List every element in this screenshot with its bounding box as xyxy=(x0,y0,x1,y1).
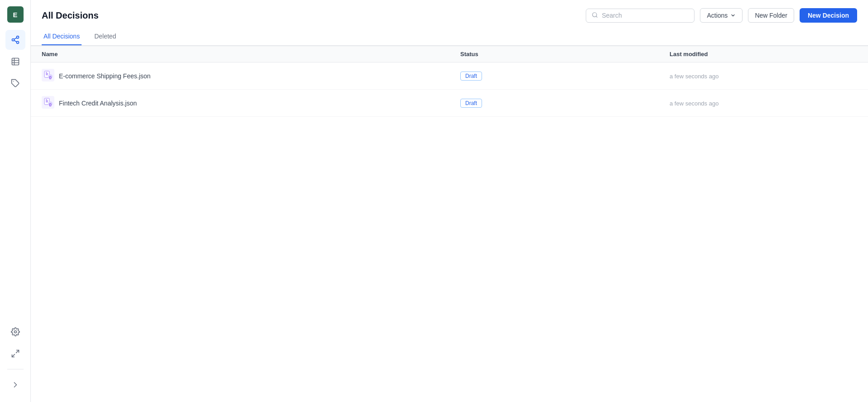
tabs: All Decisions Deleted xyxy=(31,28,868,46)
table-row[interactable]: {} E-commerce Shipping Fees.json Draft a… xyxy=(31,62,868,90)
svg-rect-17 xyxy=(46,73,48,74)
file-icon: {} xyxy=(42,69,54,83)
search-wrapper xyxy=(586,9,694,23)
tag-icon xyxy=(11,79,20,88)
sidebar-bottom xyxy=(5,322,25,402)
new-decision-button[interactable]: New Decision xyxy=(800,8,857,23)
svg-rect-5 xyxy=(12,58,19,65)
sidebar: E xyxy=(0,0,31,402)
avatar[interactable]: E xyxy=(7,6,24,23)
svg-line-14 xyxy=(596,16,598,17)
actions-button[interactable]: Actions xyxy=(700,8,743,23)
column-header-modified: Last modified xyxy=(659,46,868,62)
svg-rect-19 xyxy=(46,72,47,73)
decisions-icon xyxy=(11,35,20,44)
settings-icon xyxy=(11,327,20,336)
svg-line-11 xyxy=(16,350,19,353)
actions-label: Actions xyxy=(707,12,728,19)
file-name: Fintech Credit Analysis.json xyxy=(59,100,137,107)
tab-all-decisions[interactable]: All Decisions xyxy=(42,28,82,45)
svg-text:{}: {} xyxy=(49,76,52,79)
cell-name: {} Fintech Credit Analysis.json xyxy=(31,90,449,117)
new-folder-button[interactable]: New Folder xyxy=(748,8,794,23)
table-header-row: Name Status Last modified xyxy=(31,46,868,62)
sidebar-nav xyxy=(0,30,30,322)
svg-line-4 xyxy=(14,38,17,39)
column-header-status: Status xyxy=(449,46,659,62)
svg-line-12 xyxy=(12,354,14,357)
decisions-table: Name Status Last modified {} E-commerce … xyxy=(31,46,868,117)
svg-rect-26 xyxy=(46,100,47,100)
last-modified-text: a few seconds ago xyxy=(670,73,719,80)
sidebar-item-export[interactable] xyxy=(5,344,25,364)
cell-status: Draft xyxy=(449,90,659,117)
svg-rect-18 xyxy=(46,75,48,75)
cell-modified: a few seconds ago xyxy=(659,90,868,117)
main-content: All Decisions Actions New Folder New Dec… xyxy=(31,0,868,402)
cell-status: Draft xyxy=(449,62,659,90)
svg-rect-24 xyxy=(46,100,48,101)
page-title: All Decisions xyxy=(42,10,580,21)
svg-text:{}: {} xyxy=(49,103,52,106)
svg-line-3 xyxy=(14,40,17,42)
column-header-name: Name xyxy=(31,46,449,62)
sidebar-item-settings[interactable] xyxy=(5,322,25,342)
sidebar-item-tag[interactable] xyxy=(5,73,25,93)
status-badge: Draft xyxy=(460,72,482,81)
status-badge: Draft xyxy=(460,99,482,108)
sidebar-divider xyxy=(7,369,24,369)
svg-rect-25 xyxy=(46,102,48,102)
table-icon xyxy=(11,57,20,66)
cell-modified: a few seconds ago xyxy=(659,62,868,90)
header: All Decisions Actions New Folder New Dec… xyxy=(31,0,868,23)
sidebar-item-expand[interactable] xyxy=(5,375,25,395)
cell-name: {} E-commerce Shipping Fees.json xyxy=(31,62,449,90)
chevron-down-icon xyxy=(730,13,736,18)
export-icon xyxy=(11,349,20,358)
file-icon: {} xyxy=(42,96,54,110)
last-modified-text: a few seconds ago xyxy=(670,100,719,107)
svg-point-10 xyxy=(14,331,16,333)
file-name: E-commerce Shipping Fees.json xyxy=(59,72,150,80)
tab-deleted[interactable]: Deleted xyxy=(92,28,118,45)
table-row[interactable]: {} Fintech Credit Analysis.json Draft a … xyxy=(31,90,868,117)
table-container: Name Status Last modified {} E-commerce … xyxy=(31,46,868,402)
sidebar-item-table[interactable] xyxy=(5,52,25,72)
search-input[interactable] xyxy=(602,12,689,19)
expand-icon xyxy=(11,380,20,389)
search-icon xyxy=(592,12,598,19)
sidebar-item-decisions[interactable] xyxy=(5,30,25,50)
